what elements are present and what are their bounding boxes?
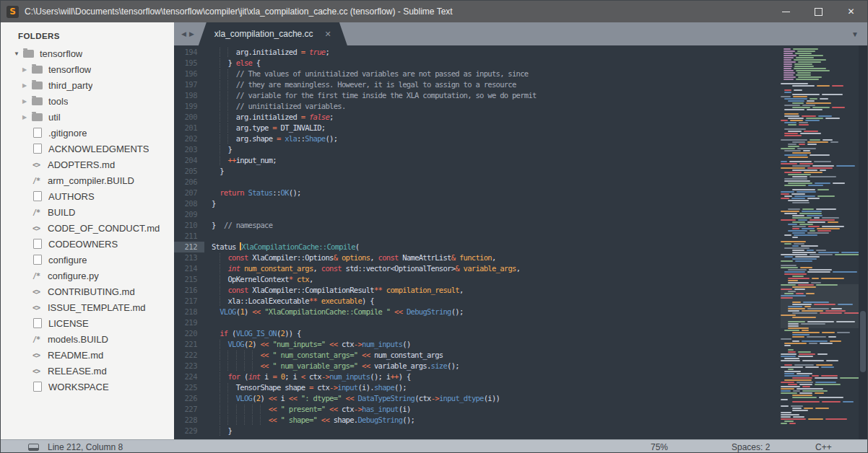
line-number: 218: [174, 307, 204, 317]
window-title: C:\Users\will\Documents\tensorflow\tenso…: [25, 6, 453, 17]
line-number: 229: [174, 426, 204, 436]
code-line: 216 const XlaCompiler::CompilationResult…: [174, 285, 779, 296]
sidebar-item-folder[interactable]: ▶tensorflow: [1, 61, 174, 77]
minimap-viewport: [781, 284, 859, 328]
minimize-button[interactable]: [770, 1, 802, 22]
sidebar-item-file[interactable]: LICENSE: [1, 315, 174, 331]
sidebar-item-file[interactable]: /*configure.py: [1, 268, 174, 283]
sidebar-item-file[interactable]: WORKSPACE: [1, 379, 174, 395]
sidebar-item-file[interactable]: AUTHORS: [1, 188, 174, 204]
sidebar-item-file[interactable]: configure: [1, 252, 174, 268]
tab-nav-left-icon[interactable]: ◀: [181, 30, 186, 38]
source-file-icon: /*: [32, 208, 44, 216]
sidebar-item-file[interactable]: <>CONTRIBUTING.md: [1, 283, 174, 299]
status-bar: Line 212, Column 8 75% Spaces: 2 C++: [1, 439, 867, 453]
panel-toggle-icon[interactable]: [28, 444, 39, 451]
folder-tree: ▼tensorflow▶tensorflow▶third_party▶tools…: [1, 45, 174, 395]
sidebar-item-folder[interactable]: ▼tensorflow: [1, 45, 174, 61]
chevron-right-icon[interactable]: ▶: [22, 114, 32, 120]
sidebar-item-file[interactable]: ACKNOWLEDGMENTS: [1, 141, 174, 157]
code-line: 227 << " present=" << ctx->has_input(i): [174, 404, 779, 415]
chevron-right-icon[interactable]: ▶: [22, 98, 32, 105]
folders-header: FOLDERS: [1, 22, 174, 45]
close-button[interactable]: ✕: [835, 1, 867, 22]
sidebar-item-label: CONTRIBUTING.md: [48, 286, 135, 297]
file-icon: [33, 239, 42, 249]
minimize-icon: [782, 12, 790, 12]
code-line: 228 << " shape=" << shape.DebugString();: [174, 415, 779, 426]
line-number: 208: [174, 198, 204, 209]
sidebar-item-label: LICENSE: [48, 318, 89, 329]
tab-close-icon[interactable]: ✕: [325, 30, 331, 39]
file-icon: [33, 144, 42, 154]
sidebar-item-file[interactable]: /*models.BUILD: [1, 331, 174, 347]
sidebar-item-folder[interactable]: ▶third_party: [1, 77, 174, 93]
sidebar-item-label: RELEASE.md: [48, 366, 107, 377]
sidebar-item-file[interactable]: /*BUILD: [1, 204, 174, 220]
tab-nav-right-icon[interactable]: ▶: [189, 30, 194, 38]
sidebar-item-file[interactable]: CODEOWNERS: [1, 236, 174, 252]
code-line: 219: [174, 317, 779, 328]
tab-bar: ◀ ▶ xla_compilation_cache.cc ✕ ▼: [174, 22, 867, 45]
chevron-down-icon[interactable]: ▼: [14, 50, 23, 57]
line-number: 200: [174, 112, 204, 123]
source-file-icon: /*: [32, 272, 44, 280]
editor-column: ◀ ▶ xla_compilation_cache.cc ✕ ▼ 194 arg…: [174, 22, 867, 439]
folder-icon: [32, 82, 43, 89]
cursor-position-status: Line 212, Column 8: [48, 442, 123, 452]
line-number: 228: [174, 415, 204, 426]
line-number: 199: [174, 101, 204, 112]
code-line: 202 arg.shape = xla::Shape();: [174, 133, 779, 144]
maximize-button[interactable]: [802, 1, 835, 22]
line-number: 206: [174, 177, 204, 188]
syntax-status[interactable]: C++: [815, 440, 832, 453]
sidebar-item-file[interactable]: <>README.md: [1, 347, 174, 363]
sidebar-item-label: arm_compiler.BUILD: [48, 175, 134, 186]
close-icon: ✕: [847, 7, 854, 16]
code-line: 208}: [174, 198, 779, 209]
sidebar-item-label: models.BUILD: [48, 334, 108, 345]
line-number: 198: [174, 90, 204, 101]
sidebar-item-file[interactable]: /*arm_compiler.BUILD: [1, 172, 174, 188]
maximize-icon: [815, 8, 823, 16]
sidebar-item-file[interactable]: .gitignore: [1, 125, 174, 141]
window-controls: ✕: [770, 1, 867, 22]
scrollbar-thumb[interactable]: [860, 311, 866, 372]
sidebar-item-file[interactable]: <>ISSUE_TEMPLATE.md: [1, 299, 174, 315]
line-number: 194: [174, 47, 204, 58]
indentation-status[interactable]: Spaces: 2: [732, 440, 770, 453]
vertical-scrollbar[interactable]: [859, 45, 867, 439]
folder-icon: [32, 113, 43, 121]
code-line: 221 VLOG(2) << "num_inputs=" << ctx->num…: [174, 339, 779, 350]
sidebar-item-label: CODE_OF_CONDUCT.md: [48, 223, 160, 234]
code-line: 204 ++input_num;: [174, 155, 779, 166]
file-icon: [33, 128, 42, 138]
zoom-status[interactable]: 75%: [651, 440, 668, 453]
chevron-right-icon[interactable]: ▶: [22, 82, 32, 89]
sidebar-item-label: tensorflow: [40, 48, 82, 59]
line-number: 214: [174, 263, 204, 274]
minimap-content: [781, 48, 859, 424]
code-editor[interactable]: 194 arg.initialized = true;195 } else {1…: [174, 45, 867, 439]
tab-overflow-icon[interactable]: ▼: [851, 22, 859, 45]
markup-file-icon: <>: [32, 224, 44, 232]
code-line: 220 if (VLOG_IS_ON(2)) {: [174, 328, 779, 339]
sidebar-item-folder[interactable]: ▶tools: [1, 93, 174, 109]
code-line: 201 arg.type = DT_INVALID;: [174, 123, 779, 133]
markup-file-icon: <>: [32, 161, 44, 169]
line-number: 196: [174, 69, 204, 79]
line-number: 201: [174, 123, 204, 133]
sidebar-item-file[interactable]: <>CODE_OF_CONDUCT.md: [1, 220, 174, 236]
line-number: 225: [174, 382, 204, 393]
sidebar-item-label: tensorflow: [48, 64, 91, 75]
sidebar-item-folder[interactable]: ▶util: [1, 109, 174, 125]
sidebar-item-file[interactable]: <>ADOPTERS.md: [1, 157, 174, 172]
sidebar-item-label: third_party: [48, 80, 92, 91]
sidebar-item-label: AUTHORS: [48, 191, 95, 202]
sidebar-item-label: README.md: [48, 350, 103, 361]
tab-active[interactable]: xla_compilation_cache.cc ✕: [199, 22, 347, 45]
sidebar-item-file[interactable]: <>RELEASE.md: [1, 363, 174, 379]
chevron-right-icon[interactable]: ▶: [22, 66, 32, 73]
line-number: 211: [174, 231, 204, 242]
minimap[interactable]: [781, 45, 859, 439]
